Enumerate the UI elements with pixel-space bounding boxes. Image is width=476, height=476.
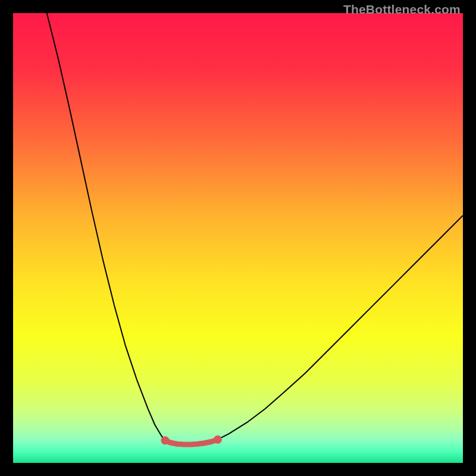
plot-area	[13, 13, 463, 463]
curve-left-branch	[47, 13, 165, 440]
highlight-dot	[214, 436, 222, 444]
highlight-dot	[161, 436, 170, 444]
chart-frame: TheBottleneck.com	[0, 0, 476, 476]
curve-right-branch	[218, 215, 463, 439]
curve-layer	[13, 13, 463, 463]
curve-highlighted-bottom	[165, 440, 218, 444]
watermark-text: TheBottleneck.com	[343, 2, 461, 17]
